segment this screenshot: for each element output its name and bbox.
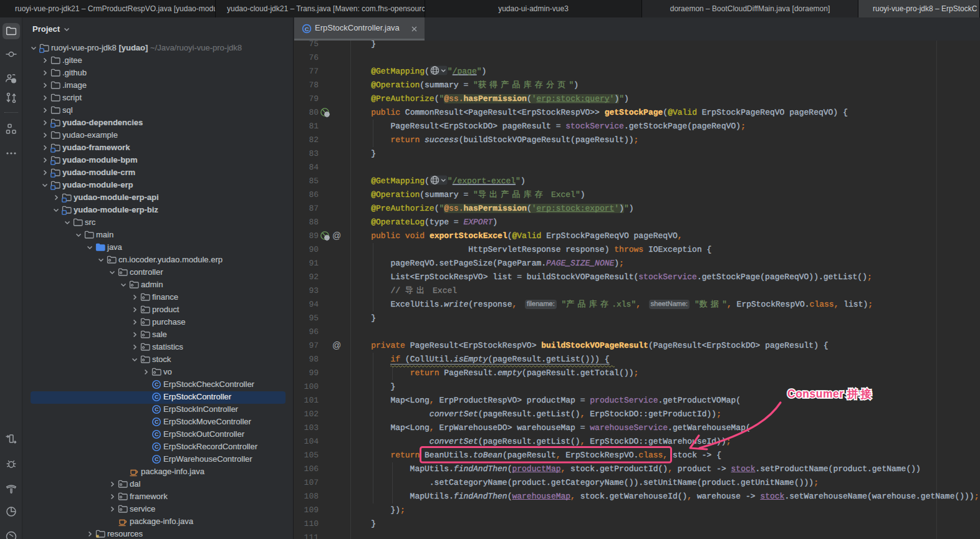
svg-text:C: C [155,381,159,388]
svg-text:C: C [155,444,159,450]
svg-text:C: C [155,406,159,413]
svg-text:C: C [155,419,159,425]
svg-text:?: ? [12,79,15,83]
svg-text:C: C [305,26,309,32]
svg-text:C: C [155,431,159,437]
svg-text:C: C [155,456,159,462]
svg-text:C: C [155,394,159,400]
